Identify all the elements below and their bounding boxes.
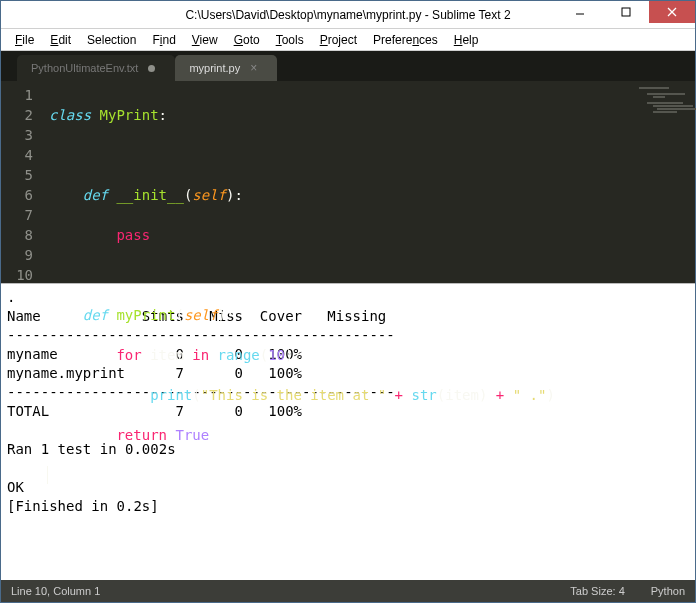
line-number: 9 [5,245,33,265]
code-line [49,265,629,285]
menu-preferences[interactable]: Preferences [365,31,446,49]
editor-body[interactable]: 1 2 3 4 5 6 7 8 9 10 class MyPrint: def … [1,81,695,283]
editor: PythonUltimateEnv.txt myprint.py × 1 2 3… [1,51,695,283]
close-tab-icon[interactable]: × [250,61,257,75]
line-number: 10 [5,265,33,285]
tabbar: PythonUltimateEnv.txt myprint.py × [1,51,695,81]
gutter: 1 2 3 4 5 6 7 8 9 10 [1,81,43,283]
status-syntax[interactable]: Python [651,585,685,597]
menubar: File Edit Selection Find View Goto Tools… [1,29,695,51]
code-line: pass [49,225,629,245]
menu-file[interactable]: File [7,31,42,49]
code-line [49,145,629,165]
code-line: class MyPrint: [49,105,629,125]
code-line: def myPrint(self): [49,305,629,325]
status-tabsize[interactable]: Tab Size: 4 [570,585,624,597]
code-line: def __init__(self): [49,185,629,205]
menu-view[interactable]: View [184,31,226,49]
line-number: 4 [5,145,33,165]
statusbar: Line 10, Column 1 Tab Size: 4 Python [1,580,695,602]
line-number: 8 [5,225,33,245]
tab-label: PythonUltimateEnv.txt [31,62,138,74]
svg-rect-1 [622,8,630,16]
menu-goto[interactable]: Goto [226,31,268,49]
minimize-button[interactable] [557,1,603,23]
tab-label: myprint.py [189,62,240,74]
menu-project[interactable]: Project [312,31,365,49]
line-number: 1 [5,85,33,105]
line-number: 5 [5,165,33,185]
status-position[interactable]: Line 10, Column 1 [11,585,100,597]
maximize-button[interactable] [603,1,649,23]
menu-selection[interactable]: Selection [79,31,144,49]
code-line: for item in range(10): [49,345,629,365]
cursor-icon [47,466,48,484]
tab-pythonultimateenv[interactable]: PythonUltimateEnv.txt [17,55,175,81]
menu-find[interactable]: Find [144,31,183,49]
code-line: print("This is the item at " + str(item)… [49,385,629,405]
line-number: 3 [5,125,33,145]
titlebar: C:\Users\David\Desktop\myname\myprint.py… [1,1,695,29]
window: C:\Users\David\Desktop\myname\myprint.py… [0,0,696,603]
menu-help[interactable]: Help [446,31,487,49]
line-number: 6 [5,185,33,205]
window-controls [557,1,695,23]
minimap[interactable] [635,81,695,283]
code-line [49,465,629,485]
code-area[interactable]: class MyPrint: def __init__(self): pass … [43,81,635,283]
line-number: 2 [5,105,33,125]
menu-tools[interactable]: Tools [268,31,312,49]
menu-edit[interactable]: Edit [42,31,79,49]
dirty-dot-icon [148,65,155,72]
line-number: 7 [5,205,33,225]
close-button[interactable] [649,1,695,23]
code-line: return True [49,425,629,445]
tab-myprint[interactable]: myprint.py × [175,55,277,81]
